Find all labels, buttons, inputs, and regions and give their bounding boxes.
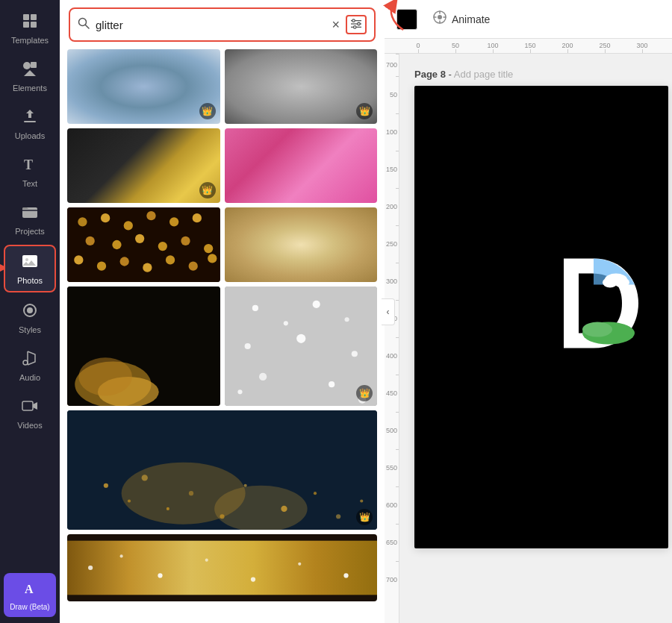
svg-point-43	[143, 263, 152, 272]
ruler-tick: 50	[437, 42, 474, 53]
svg-point-60	[329, 381, 335, 387]
svg-point-16	[23, 360, 28, 365]
svg-point-64	[104, 483, 108, 488]
photo-thumb[interactable]	[67, 534, 377, 601]
svg-marker-6	[24, 70, 36, 76]
photo-row: 👑	[67, 287, 377, 406]
canvas-page[interactable]	[414, 86, 668, 548]
svg-point-50	[78, 357, 132, 395]
photo-row: 👑 👑	[67, 49, 377, 124]
sidebar-item-videos[interactable]: Videos	[4, 391, 56, 436]
premium-badge: 👑	[356, 103, 373, 119]
svg-point-84	[298, 563, 301, 566]
svg-point-42	[120, 257, 129, 266]
sidebar-item-photos-label: Photos	[17, 276, 43, 285]
search-input[interactable]	[96, 19, 326, 31]
sidebar-item-audio[interactable]: Audio	[4, 343, 56, 388]
sidebar-item-elements[interactable]: Elements	[4, 54, 56, 98]
svg-point-35	[112, 240, 121, 249]
photo-row	[67, 207, 377, 282]
sidebar-item-styles[interactable]: Styles	[4, 295, 56, 340]
svg-point-11	[25, 258, 28, 261]
svg-point-61	[237, 389, 242, 394]
filter-button[interactable]	[346, 15, 367, 34]
sidebar-item-styles-label: Styles	[19, 325, 41, 334]
svg-rect-1	[31, 14, 37, 20]
sidebar-item-projects[interactable]: Projects	[4, 197, 56, 242]
projects-icon	[21, 203, 39, 224]
premium-badge: 👑	[199, 182, 216, 198]
svg-rect-3	[31, 22, 37, 28]
svg-point-15	[27, 307, 33, 313]
sidebar-item-text[interactable]: T Text	[4, 149, 56, 194]
photo-thumb[interactable]: 👑	[67, 128, 220, 203]
svg-point-44	[166, 255, 175, 264]
collapse-panel-button[interactable]: ‹	[382, 298, 395, 325]
svg-point-24	[352, 19, 355, 22]
svg-text:A: A	[25, 583, 34, 595]
sidebar-item-text-label: Text	[22, 179, 37, 188]
photo-row	[67, 534, 377, 601]
ruler-tick: 300	[623, 42, 661, 53]
page-title-placeholder[interactable]: Add page title	[454, 69, 514, 80]
svg-point-28	[78, 217, 87, 226]
top-toolbar: Animate	[385, 0, 672, 39]
photo-thumb[interactable]	[67, 287, 220, 406]
photo-row: 👑	[67, 128, 377, 203]
svg-point-58	[351, 351, 357, 357]
svg-point-93	[615, 278, 629, 288]
animate-icon	[432, 10, 447, 28]
svg-point-4	[23, 62, 31, 69]
photo-thumb[interactable]: 👑	[225, 287, 378, 406]
text-icon: T	[21, 155, 39, 176]
photos-panel: × 👑 👑 👑	[60, 0, 385, 623]
svg-point-73	[336, 514, 340, 519]
premium-badge: 👑	[199, 103, 216, 119]
svg-point-40	[74, 255, 83, 264]
canvas-area: Animate 0 50 100 150 200 250 300 35 700 …	[385, 0, 672, 623]
sidebar-item-templates[interactable]: Templates	[4, 6, 56, 51]
svg-rect-5	[31, 62, 37, 68]
photos-icon	[21, 252, 39, 273]
photo-thumb[interactable]: 👑	[225, 49, 378, 124]
svg-point-32	[169, 217, 178, 226]
sidebar-item-uploads[interactable]: Uploads	[4, 101, 56, 146]
photo-thumb[interactable]: 👑	[67, 410, 377, 530]
clear-button[interactable]: ×	[332, 18, 340, 31]
svg-rect-17	[22, 401, 33, 410]
svg-rect-9	[22, 207, 37, 218]
sidebar-item-draw[interactable]: A Draw (Beta)	[4, 573, 56, 617]
svg-point-70	[244, 484, 247, 487]
svg-point-25	[358, 22, 361, 25]
svg-point-55	[344, 317, 349, 322]
svg-point-26	[354, 26, 357, 29]
sidebar-item-draw-label: Draw (Beta)	[10, 603, 49, 611]
sidebar-item-audio-label: Audio	[19, 373, 40, 382]
canvas-scroll[interactable]: 700 50 100 150 200 250 300 350 400 450 5…	[385, 54, 672, 623]
canvas-content[interactable]: Page 8 - Add page title	[399, 54, 672, 623]
color-swatch[interactable]	[396, 9, 417, 30]
draw-icon: A	[21, 579, 39, 600]
svg-point-36	[135, 234, 144, 243]
photo-thumb[interactable]: 👑	[67, 49, 220, 124]
search-icon	[78, 17, 90, 32]
sidebar-item-photos[interactable]: Photos	[4, 245, 56, 292]
photo-thumb[interactable]	[225, 207, 378, 282]
svg-point-85	[343, 573, 348, 577]
styles-icon	[21, 301, 39, 322]
svg-rect-7	[24, 121, 36, 122]
svg-point-80	[120, 554, 123, 557]
elements-icon	[21, 60, 39, 81]
sidebar-item-projects-label: Projects	[15, 227, 45, 236]
animate-button[interactable]: Animate	[426, 7, 496, 31]
uploads-icon	[21, 107, 39, 128]
photo-thumb[interactable]	[67, 207, 220, 282]
photo-thumb[interactable]	[225, 128, 378, 203]
svg-text:T: T	[24, 157, 33, 172]
ruler-h-ticks: 0 50 100 150 200 250 300 35	[399, 42, 672, 53]
sidebar-item-uploads-label: Uploads	[15, 131, 45, 140]
page-title-bar: Page 8 - Add page title	[414, 69, 513, 80]
ruler-tick: 200	[549, 42, 586, 53]
svg-point-46	[208, 254, 217, 263]
svg-rect-0	[23, 14, 29, 20]
